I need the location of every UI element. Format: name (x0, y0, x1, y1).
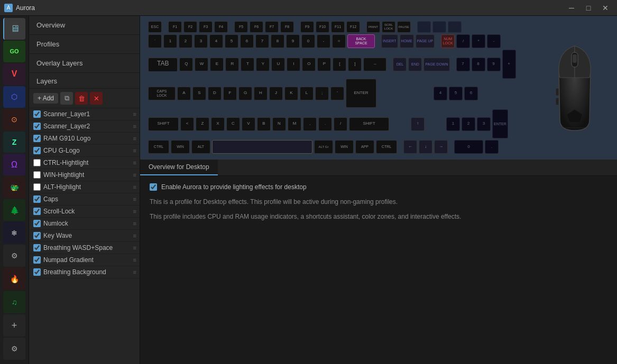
key-np-plus[interactable]: + (502, 50, 516, 79)
key-z[interactable]: Z (196, 117, 209, 131)
layer-drag-handle[interactable]: ≡ (133, 208, 136, 214)
key-i[interactable]: I (287, 58, 300, 71)
minimize-button[interactable]: ─ (564, 3, 579, 13)
layer-checkbox[interactable] (33, 183, 41, 191)
key-f11[interactable]: F11 (331, 21, 345, 33)
layer-checkbox[interactable] (33, 171, 41, 179)
layer-item[interactable]: ALT-Highlight≡ (29, 181, 140, 193)
layer-item[interactable]: Numlock≡ (29, 218, 140, 230)
key-np-minus[interactable]: - (487, 34, 501, 48)
key-3[interactable]: 3 (194, 34, 208, 48)
key-r[interactable]: R (225, 58, 239, 71)
key-l[interactable]: L (300, 87, 314, 100)
close-button[interactable]: ✕ (598, 3, 613, 13)
layer-drag-handle[interactable]: ≡ (133, 257, 136, 263)
layer-drag-handle[interactable]: ≡ (133, 269, 136, 275)
sidebar-item-snowflake[interactable]: ❄ (3, 222, 25, 244)
overview-button[interactable]: Overview (29, 16, 140, 35)
layer-checkbox[interactable] (33, 147, 41, 154)
key-y[interactable]: Y (256, 58, 270, 71)
key-g[interactable]: G (238, 87, 252, 100)
key-np-enter[interactable]: ENTER (492, 109, 508, 138)
sidebar-item-desktop[interactable]: 🖥 (3, 18, 25, 40)
key-np-blank2[interactable] (432, 21, 446, 33)
layer-drag-handle[interactable]: ≡ (133, 135, 136, 142)
sidebar-item-settings[interactable]: ⚙ (3, 338, 25, 360)
key-insert[interactable]: INSERT (381, 34, 398, 48)
copy-layer-button[interactable]: ⧉ (60, 92, 73, 105)
key-np0[interactable]: 0 (454, 140, 483, 154)
key-pageup[interactable]: PAGE UP (416, 34, 435, 48)
key-np-blank1[interactable] (417, 21, 431, 33)
key-f10[interactable]: F10 (316, 21, 329, 33)
key-f5[interactable]: F5 (234, 21, 248, 33)
key-np-dot[interactable]: . (485, 140, 499, 154)
key-app[interactable]: APP (355, 140, 374, 154)
key-np8[interactable]: 8 (472, 58, 485, 71)
key-arrow-left[interactable]: ← (403, 140, 417, 154)
key-m[interactable]: M (288, 117, 301, 131)
key-np-slash[interactable]: / (456, 34, 470, 48)
key-win-right[interactable]: WIN (335, 140, 354, 154)
layer-drag-handle[interactable]: ≡ (133, 245, 136, 251)
overlay-layers-button[interactable]: Overlay Layers (29, 54, 140, 73)
key-ctrl-right[interactable]: CTRL (376, 140, 397, 154)
key-c[interactable]: C (226, 117, 240, 131)
key-np-blank3[interactable] (448, 21, 462, 33)
key-capslock[interactable]: CAPSLOCK (148, 87, 176, 100)
sidebar-item-omega[interactable]: Ω (3, 154, 25, 175)
layer-item[interactable]: Scanner_Layer2≡ (29, 120, 140, 133)
key-altgr[interactable]: ALT Gr (314, 140, 333, 154)
layer-drag-handle[interactable]: ≡ (133, 147, 136, 154)
layer-checkbox[interactable] (33, 220, 41, 227)
key-a[interactable]: A (177, 87, 191, 100)
layer-drag-handle[interactable]: ≡ (133, 184, 136, 190)
key-f6[interactable]: F6 (250, 21, 263, 33)
key-np7[interactable]: 7 (456, 58, 470, 71)
key-f4[interactable]: F4 (214, 21, 228, 33)
key-period[interactable]: . (318, 117, 332, 131)
key-print[interactable]: PRINT (366, 21, 380, 33)
delete-layer-button[interactable]: 🗑 (75, 92, 88, 105)
layer-item[interactable]: CTRL-Hightlight≡ (29, 157, 140, 169)
key-u[interactable]: U (271, 58, 285, 71)
key-ctrl-left[interactable]: CTRL (148, 140, 169, 154)
layer-drag-handle[interactable]: ≡ (133, 220, 136, 227)
layer-drag-handle[interactable]: ≡ (133, 123, 136, 129)
layer-item[interactable]: CPU G-Logo≡ (29, 145, 140, 157)
key-lt[interactable]: < (180, 117, 194, 131)
key-rbracket[interactable]: ] (348, 58, 362, 71)
layer-item[interactable]: Key Wave≡ (29, 230, 140, 242)
key-s[interactable]: S (192, 87, 206, 100)
key-x[interactable]: X (211, 117, 225, 131)
tab-overview[interactable]: Overview for Desktop (140, 160, 218, 175)
key-2[interactable]: 2 (179, 34, 192, 48)
key-alt-left[interactable]: ALT (191, 140, 210, 154)
key-pause[interactable]: PAUSE (397, 21, 411, 33)
key-quote[interactable]: ' (330, 87, 344, 100)
key-pagedown[interactable]: PAGE DOWN (423, 58, 449, 71)
key-f2[interactable]: F2 (183, 21, 197, 33)
layer-checkbox[interactable] (33, 110, 41, 118)
key-np2[interactable]: 2 (462, 117, 475, 131)
key-backslash[interactable]: – (363, 58, 386, 71)
key-end[interactable]: END (408, 58, 422, 71)
layer-item[interactable]: Breathing WASD+Space≡ (29, 242, 140, 254)
layer-drag-handle[interactable]: ≡ (133, 196, 136, 202)
enable-checkbox[interactable] (150, 183, 157, 191)
layer-checkbox[interactable] (33, 232, 41, 239)
key-esc[interactable]: ESC (148, 21, 162, 33)
key-f[interactable]: F (223, 87, 237, 100)
layer-item[interactable]: Numpad Gradient≡ (29, 254, 140, 266)
key-np5[interactable]: 5 (449, 87, 463, 100)
key-comma[interactable]: , (303, 117, 317, 131)
add-layer-button[interactable]: + Add (33, 93, 58, 104)
key-n[interactable]: N (272, 117, 286, 131)
key-w[interactable]: W (195, 58, 208, 71)
key-space[interactable] (212, 140, 312, 154)
sidebar-item-valorant[interactable]: V (3, 63, 25, 85)
key-j[interactable]: J (269, 87, 283, 100)
layer-checkbox[interactable] (33, 195, 41, 203)
key-f8[interactable]: F8 (280, 21, 294, 33)
layer-checkbox[interactable] (33, 135, 41, 142)
